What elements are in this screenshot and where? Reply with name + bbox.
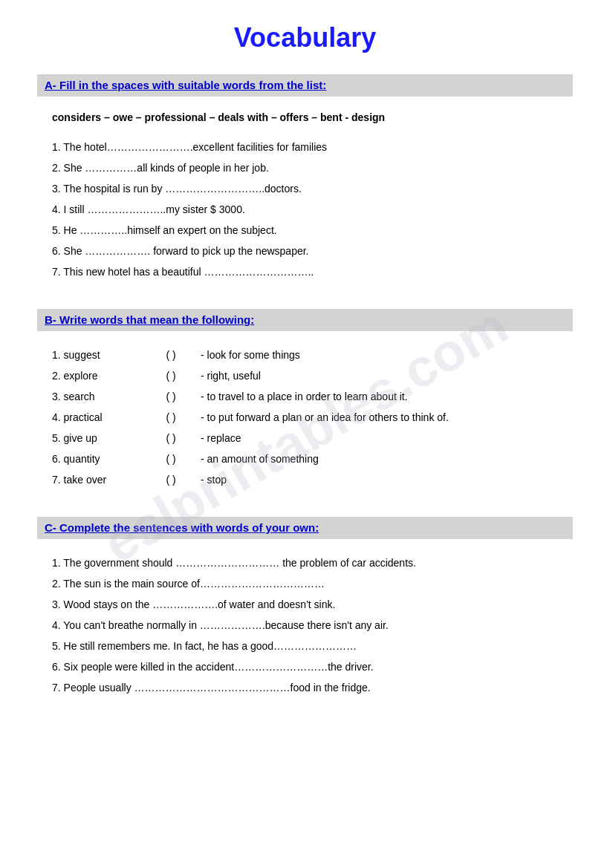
section-c-title: C- Complete the sentences with words of … bbox=[45, 521, 319, 534]
section-a-item-5: 5. He …………..himself an expert on the sub… bbox=[52, 220, 558, 241]
b-parens-2: ( ) bbox=[141, 365, 201, 386]
section-c-header: C- Complete the sentences with words of … bbox=[37, 517, 573, 539]
section-b-title: B- Write words that mean the following: bbox=[45, 313, 254, 326]
section-c-item-7: 7. People usually ………………………………………food in… bbox=[52, 677, 558, 698]
b-def-6: - an amount of something bbox=[201, 448, 558, 469]
section-b-item-5: 5. give up ( ) - replace bbox=[52, 428, 558, 448]
section-b-item-4: 4. practical ( ) - to put forward a plan… bbox=[52, 407, 558, 428]
b-parens-5: ( ) bbox=[141, 428, 201, 448]
section-c-item-2: 2. The sun is the main source of……………………… bbox=[52, 573, 558, 594]
section-a-item-7: 7. This new hotel has a beautiful ………………… bbox=[52, 261, 558, 282]
b-parens-7: ( ) bbox=[141, 469, 201, 490]
section-b-header: B- Write words that mean the following: bbox=[37, 309, 573, 331]
page-title: Vocabulary bbox=[37, 22, 573, 53]
b-word-2: 2. explore bbox=[52, 365, 141, 386]
b-def-2: - right, useful bbox=[201, 365, 558, 386]
section-a-item-6: 6. She ………………. forward to pick up the ne… bbox=[52, 241, 558, 261]
section-b-item-3: 3. search ( ) - to travel to a place in … bbox=[52, 386, 558, 407]
b-word-4: 4. practical bbox=[52, 407, 141, 428]
section-b-item-1: 1. suggest ( ) - look for some things bbox=[52, 345, 558, 365]
b-parens-1: ( ) bbox=[141, 345, 201, 365]
section-a-content: 1. The hotel…………………….excellent facilitie… bbox=[37, 134, 573, 294]
section-a-item-1: 1. The hotel…………………….excellent facilitie… bbox=[52, 137, 558, 157]
section-a-item-3: 3. The hospital is run by ………………………..doc… bbox=[52, 178, 558, 199]
b-word-7: 7. take over bbox=[52, 469, 141, 490]
b-parens-6: ( ) bbox=[141, 448, 201, 469]
section-b-content: 1. suggest ( ) - look for some things 2.… bbox=[37, 342, 573, 502]
b-word-1: 1. suggest bbox=[52, 345, 141, 365]
section-b-item-2: 2. explore ( ) - right, useful bbox=[52, 365, 558, 386]
b-def-1: - look for some things bbox=[201, 345, 558, 365]
section-b-item-7: 7. take over ( ) - stop bbox=[52, 469, 558, 490]
b-word-6: 6. quantity bbox=[52, 448, 141, 469]
b-def-3: - to travel to a place in order to learn… bbox=[201, 386, 558, 407]
section-a-header: A- Fill in the spaces with suitable word… bbox=[37, 74, 573, 97]
b-word-5: 5. give up bbox=[52, 428, 141, 448]
b-word-3: 3. search bbox=[52, 386, 141, 407]
section-a-item-2: 2. She ……………all kinds of people in her j… bbox=[52, 157, 558, 178]
section-b-item-6: 6. quantity ( ) - an amount of something bbox=[52, 448, 558, 469]
b-def-4: - to put forward a plan or an idea for o… bbox=[201, 407, 558, 428]
b-def-7: - stop bbox=[201, 469, 558, 490]
section-c-item-3: 3. Wood stays on the ……………….of water and… bbox=[52, 594, 558, 615]
section-c: C- Complete the sentences with words of … bbox=[37, 517, 573, 710]
word-list: considers – owe – professional – deals w… bbox=[37, 107, 573, 134]
b-parens-4: ( ) bbox=[141, 407, 201, 428]
b-def-5: - replace bbox=[201, 428, 558, 448]
section-c-item-5: 5. He still remembers me. In fact, he ha… bbox=[52, 636, 558, 656]
section-a-title: A- Fill in the spaces with suitable word… bbox=[45, 79, 326, 91]
b-parens-3: ( ) bbox=[141, 386, 201, 407]
section-a: A- Fill in the spaces with suitable word… bbox=[37, 74, 573, 294]
section-b: B- Write words that mean the following: … bbox=[37, 309, 573, 502]
section-c-content: 1. The government should ………………………… the … bbox=[37, 549, 573, 710]
section-c-item-6: 6. Six people were killed in the acciden… bbox=[52, 656, 558, 677]
section-c-item-4: 4. You can't breathe normally in ……………….… bbox=[52, 615, 558, 636]
section-c-item-1: 1. The government should ………………………… the … bbox=[52, 552, 558, 573]
section-a-item-4: 4. I still …………………..my sister $ 3000. bbox=[52, 199, 558, 220]
